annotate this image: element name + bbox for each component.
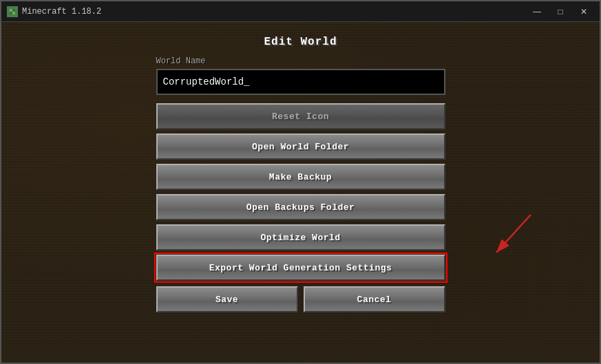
maximize-button[interactable]: □: [550, 5, 571, 19]
svg-line-6: [496, 215, 531, 253]
app-icon: [7, 6, 18, 17]
world-name-input[interactable]: [156, 69, 445, 95]
window-title: Minecraft 1.18.2: [22, 7, 527, 17]
window-controls: — □ ✕: [527, 5, 594, 19]
svg-rect-2: [12, 9, 15, 12]
svg-rect-1: [10, 9, 12, 12]
minecraft-window: Minecraft 1.18.2 — □ ✕ Edit World Wor: [0, 0, 601, 364]
svg-rect-4: [12, 12, 15, 14]
open-world-folder-button[interactable]: Open World Folder: [156, 133, 445, 160]
optimize-world-button[interactable]: Optimize World: [156, 224, 445, 250]
reset-icon-button[interactable]: Reset Icon: [156, 103, 445, 129]
minimize-button[interactable]: —: [527, 5, 547, 19]
arrow-icon: [476, 208, 545, 263]
dialog-title: Edit World: [264, 36, 337, 48]
bottom-button-row: Save Cancel: [156, 286, 445, 317]
arrow-annotation: [476, 208, 545, 266]
make-backup-button[interactable]: Make Backup: [156, 164, 445, 190]
cancel-button[interactable]: Cancel: [304, 286, 445, 312]
edit-world-dialog: Edit World World Name Reset Icon Open Wo…: [156, 36, 445, 317]
open-backups-folder-button[interactable]: Open Backups Folder: [156, 194, 445, 220]
svg-rect-3: [10, 12, 12, 14]
world-name-label: World Name: [156, 56, 206, 66]
titlebar: Minecraft 1.18.2 — □ ✕: [1, 1, 600, 22]
main-content: Edit World World Name Reset Icon Open Wo…: [1, 22, 600, 363]
close-button[interactable]: ✕: [573, 5, 594, 19]
export-world-generation-settings-button[interactable]: Export World Generation Settings: [156, 255, 445, 281]
save-button[interactable]: Save: [156, 286, 298, 312]
